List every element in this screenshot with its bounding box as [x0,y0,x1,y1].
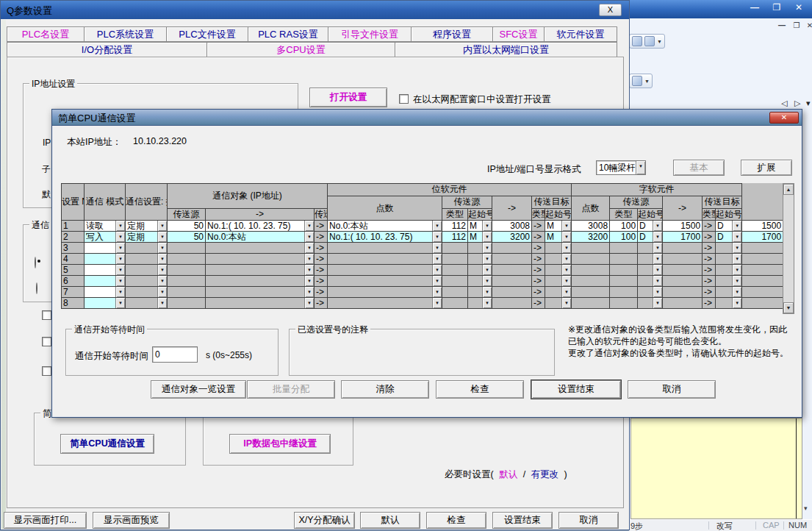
bit-src-start-cell[interactable] [492,265,532,276]
scroll-up-icon[interactable]: ▲ [783,184,794,195]
row-number-cell[interactable]: 3 [62,243,85,254]
bit-src-start-cell[interactable] [492,276,532,287]
row-number-cell[interactable]: 7 [62,287,85,298]
row-number-cell[interactable]: 2 [62,232,85,243]
dropdown-arrow-icon[interactable]: ▼ [304,276,314,286]
target-list-settings-button[interactable]: 通信对象一览设置 [151,380,246,399]
dropdown-arrow-icon[interactable]: ▼ [561,265,571,275]
toolbar-icon[interactable] [632,36,642,46]
dropdown-arrow-icon[interactable]: ▼ [653,287,662,297]
modal-titlebar[interactable]: 简单CPU通信设置 ✕ [52,110,802,126]
dropdown-arrow-icon[interactable]: ▼ [115,298,125,308]
source-cell[interactable]: ▼ [206,243,315,254]
print-preview-button[interactable]: 显示画面预览 [93,512,170,529]
source-cell[interactable]: ▼ [206,298,315,309]
interval-cell[interactable] [168,287,206,298]
app-restore-icon[interactable]: ❐ [767,2,786,13]
dropdown-arrow-icon[interactable]: ▼ [482,276,492,286]
bit-points-cell[interactable] [442,287,468,298]
bit-dst-start-cell[interactable] [572,265,610,276]
bit-points-cell[interactable] [442,254,468,265]
toolbar-icon[interactable] [632,76,642,86]
dropdown-arrow-icon[interactable]: ▼ [432,254,442,264]
source-cell[interactable]: ▼ [206,287,315,298]
bit-points-cell[interactable]: 112 [442,221,468,232]
dropdown-arrow-icon[interactable]: ▼ [115,232,125,242]
tab-builtin-ethernet[interactable]: 内置以太网端口设置 [395,42,617,57]
dropdown-arrow-icon[interactable]: ▼ [653,298,662,308]
dropdown-arrow-icon[interactable]: ▼ [561,254,571,264]
editor-panel[interactable] [630,418,802,519]
dropdown-arrow-icon[interactable]: ▼ [653,265,662,275]
dropdown-arrow-icon[interactable]: ▼ [732,221,741,231]
bit-dst-start-cell[interactable] [572,254,610,265]
mode-cell[interactable]: ▼ [85,298,126,309]
word-src-start-cell[interactable] [663,276,703,287]
timing-cell[interactable]: ▼ [126,243,168,254]
open-settings-button[interactable]: 打开设置 [309,88,387,107]
mdi-minimize-icon[interactable]: — [776,21,788,29]
mode-cell[interactable]: 读取▼ [85,221,126,232]
clear-button[interactable]: 清除 [341,380,429,399]
timing-cell[interactable]: 定期▼ [126,221,168,232]
dropdown-arrow-icon[interactable]: ▼ [636,161,645,174]
dropdown-arrow-icon[interactable]: ▼ [432,243,442,253]
word-dst-start-cell[interactable] [742,276,783,287]
row-number-cell[interactable]: 4 [62,254,85,265]
bit-dst-start-cell[interactable] [572,276,610,287]
source-cell[interactable]: ▼ [206,265,315,276]
bit-dst-start-cell[interactable] [572,298,610,309]
bit-src-start-cell[interactable]: 3200 [492,232,532,243]
comm-radio-selected[interactable] [35,257,36,268]
target-cell[interactable]: ▼ [328,298,442,309]
target-cell[interactable]: ▼ [328,287,442,298]
dropdown-arrow-icon[interactable]: ▼ [732,243,741,253]
dropdown-arrow-icon[interactable]: ▼ [115,265,125,275]
bit-dst-type-cell[interactable]: ▼ [545,276,572,287]
nav-prev-icon[interactable]: ◁ [781,99,787,108]
bit-src-type-cell[interactable]: M▼ [468,221,492,232]
target-cell[interactable]: ▼ [328,254,442,265]
option-checkbox-1[interactable] [42,310,51,320]
dropdown-arrow-icon[interactable]: ▼ [157,276,167,286]
bit-src-start-cell[interactable] [492,243,532,254]
bit-dst-type-cell[interactable]: ▼ [545,243,572,254]
word-points-cell[interactable] [610,265,638,276]
dropdown-arrow-icon[interactable]: ▼ [732,265,741,275]
dropdown-arrow-icon[interactable]: ▼ [304,232,314,242]
dropdown-arrow-icon[interactable]: ▼ [561,276,571,286]
word-points-cell[interactable] [610,243,638,254]
word-dst-type-cell[interactable]: D▼ [716,221,742,232]
dropdown-arrow-icon[interactable]: ▼ [482,287,492,297]
dropdown-arrow-icon[interactable]: ▼ [304,254,314,264]
xy-assignment-button[interactable]: X/Y分配确认 [294,512,355,529]
dropdown-arrow-icon[interactable]: ▼ [115,221,125,231]
dropdown-arrow-icon[interactable]: ▼ [482,298,492,308]
table-scrollbar[interactable]: ▲ ▼ [783,183,794,314]
required-note-changed[interactable]: 有更改 [531,469,559,480]
bit-dst-type-cell[interactable]: ▼ [545,265,572,276]
basic-button[interactable]: 基本 [673,160,725,176]
source-cell[interactable]: No.1:( 10. 10. 23. 75)▼ [206,221,315,232]
row-number-cell[interactable]: 5 [62,265,85,276]
bit-points-cell[interactable]: 112 [442,232,468,243]
interval-cell[interactable] [168,298,206,309]
dropdown-arrow-icon[interactable]: ▼ [432,287,442,297]
bit-src-type-cell[interactable]: ▼ [468,276,492,287]
interval-cell[interactable]: 50 [168,232,206,243]
word-points-cell[interactable]: 100 [610,232,638,243]
tab-plc-name[interactable]: PLC名设置 [7,26,85,42]
q-dialog-titlebar[interactable]: Q参数设置 X [1,1,629,19]
tab-io-assignment[interactable]: I/O分配设置 [7,42,207,57]
default-button[interactable]: 默认 [360,512,420,529]
word-points-cell[interactable]: 100 [610,221,638,232]
word-src-type-cell[interactable]: ▼ [638,287,663,298]
word-points-cell[interactable] [610,298,638,309]
dropdown-arrow-icon[interactable]: ▼ [157,232,167,242]
row-number-cell[interactable]: 8 [62,298,85,309]
mode-cell[interactable]: 写入▼ [85,232,126,243]
bit-points-cell[interactable] [442,243,468,254]
word-src-start-cell[interactable] [663,287,703,298]
check-button[interactable]: 检查 [426,512,486,529]
dropdown-arrow-icon[interactable]: ▼ [561,232,571,242]
